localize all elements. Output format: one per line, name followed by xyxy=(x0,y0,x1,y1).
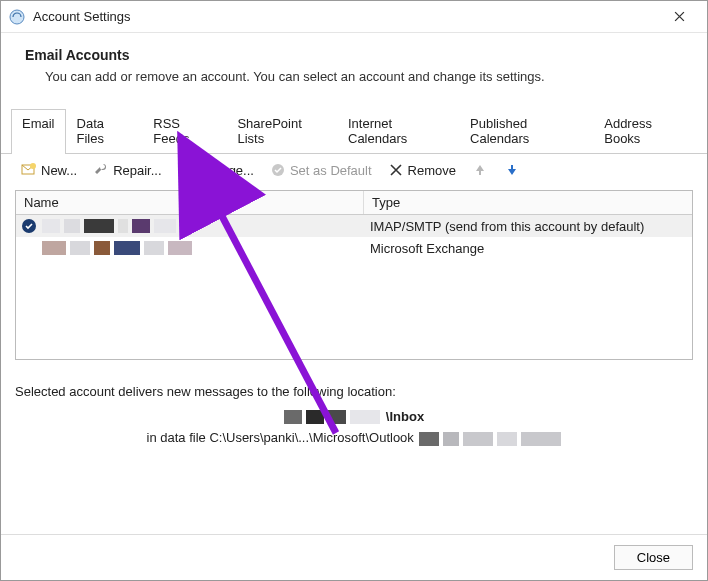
header-block: Email Accounts You can add or remove an … xyxy=(1,33,707,102)
tab-internet-calendars[interactable]: Internet Calendars xyxy=(337,109,459,154)
tab-email[interactable]: Email xyxy=(11,109,66,154)
redacted-account xyxy=(284,410,380,424)
column-name[interactable]: Name xyxy=(16,191,364,214)
redacted-name xyxy=(42,219,176,233)
svg-point-2 xyxy=(30,163,36,169)
new-button-label: New... xyxy=(41,163,77,178)
default-check-icon xyxy=(22,219,36,233)
move-up-button xyxy=(466,160,494,180)
new-button[interactable]: New... xyxy=(15,160,83,180)
change-button[interactable]: Change... xyxy=(172,160,260,180)
delivery-intro: Selected account delivers new messages t… xyxy=(15,384,693,399)
close-window-button[interactable] xyxy=(659,3,699,31)
app-icon xyxy=(9,9,25,25)
svg-rect-4 xyxy=(185,163,193,168)
tab-data-files[interactable]: Data Files xyxy=(66,109,143,154)
toolbar: New... Repair... Change... Set as Defaul… xyxy=(1,154,707,190)
set-default-button-label: Set as Default xyxy=(290,163,372,178)
repair-button[interactable]: Repair... xyxy=(87,160,167,180)
account-type: IMAP/SMTP (send from this account by def… xyxy=(364,219,692,234)
title-bar: Account Settings xyxy=(1,1,707,33)
close-button[interactable]: Close xyxy=(614,545,693,570)
svg-point-0 xyxy=(10,10,24,24)
account-type: Microsoft Exchange xyxy=(364,241,692,256)
column-type[interactable]: Type xyxy=(364,191,692,214)
wrench-icon xyxy=(93,162,109,178)
remove-button-label: Remove xyxy=(408,163,456,178)
tab-published-calendars[interactable]: Published Calendars xyxy=(459,109,593,154)
account-settings-dialog: Account Settings Email Accounts You can … xyxy=(0,0,708,581)
remove-button[interactable]: Remove xyxy=(382,160,462,180)
remove-x-icon xyxy=(388,162,404,178)
set-default-button: Set as Default xyxy=(264,160,378,180)
header-description: You can add or remove an account. You ca… xyxy=(45,69,683,84)
check-circle-icon xyxy=(270,162,286,178)
delivery-folder: \Inbox xyxy=(386,409,424,424)
account-row[interactable]: IMAP/SMTP (send from this account by def… xyxy=(16,215,692,237)
delivery-location: Selected account delivers new messages t… xyxy=(1,360,707,456)
redacted-filename xyxy=(419,432,561,446)
move-down-button[interactable] xyxy=(498,160,526,180)
list-header: Name Type xyxy=(16,191,692,215)
window-title: Account Settings xyxy=(33,9,659,24)
new-mail-icon xyxy=(21,162,37,178)
tab-rss-feeds[interactable]: RSS Feeds xyxy=(142,109,226,154)
header-heading: Email Accounts xyxy=(25,47,683,63)
delivery-path-prefix: in data file C:\Users\panki\...\Microsof… xyxy=(147,430,414,445)
redacted-name xyxy=(42,241,192,255)
repair-button-label: Repair... xyxy=(113,163,161,178)
dialog-footer: Close xyxy=(1,534,707,580)
accounts-list: Name Type IMAP/SMTP (send from this acco… xyxy=(15,190,693,360)
tab-strip: Email Data Files RSS Feeds SharePoint Li… xyxy=(1,108,707,154)
tab-address-books[interactable]: Address Books xyxy=(593,109,697,154)
arrow-down-icon xyxy=(504,162,520,178)
arrow-up-icon xyxy=(472,162,488,178)
account-row[interactable]: Microsoft Exchange xyxy=(16,237,692,259)
tab-sharepoint-lists[interactable]: SharePoint Lists xyxy=(226,109,337,154)
change-button-label: Change... xyxy=(198,163,254,178)
change-icon xyxy=(178,162,194,178)
